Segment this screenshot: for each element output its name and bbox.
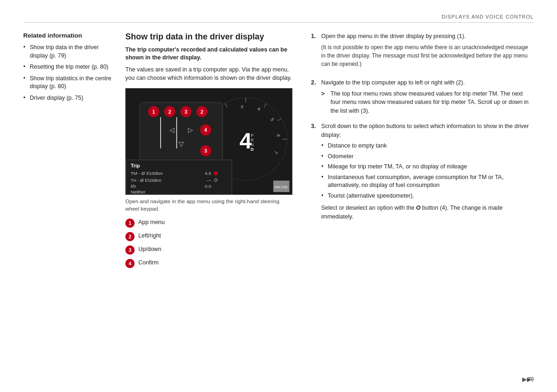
page-container: DISPLAYS AND VOICE CONTROL Related infor…	[0, 0, 557, 392]
step-3-main: Scroll down to the option buttons to sel…	[321, 122, 534, 140]
badge-2: 2	[125, 232, 135, 241]
numbered-item-label-4: Confirm	[138, 258, 159, 267]
svg-text:◁: ◁	[169, 126, 175, 134]
arrow-right-icon: >	[321, 90, 329, 116]
mid-column: Show trip data in the driver display The…	[125, 32, 306, 272]
svg-text:1: 1	[152, 109, 155, 115]
step-1-note: (It is not possible to open the app menu…	[321, 43, 534, 68]
svg-text:D: D	[251, 147, 254, 152]
numbered-item-label-3: Up/down	[138, 245, 161, 254]
numbered-item-2: 2 Left/right	[125, 231, 295, 241]
bullet-item-odometer: Odometer	[321, 153, 534, 161]
step-1: 1. Open the app menu in the driver displ…	[311, 32, 534, 72]
step-2-content: Navigate to the trip computer app to lef…	[321, 78, 534, 116]
svg-text:4.5: 4.5	[205, 171, 211, 176]
svg-text:Neither: Neither	[130, 189, 146, 194]
diagram-caption: Open and navigate in the app menu using …	[125, 198, 295, 212]
svg-text:3: 3	[184, 109, 187, 115]
badge-4: 4	[125, 259, 135, 268]
svg-text:N: N	[251, 142, 253, 147]
section-intro-bold: The trip computer's recorded and calcula…	[125, 46, 295, 62]
step-1-main: Open the app menu in the driver display …	[321, 32, 534, 41]
o-button-label: O	[416, 205, 421, 211]
step-3: 3. Scroll down to the option buttons to …	[311, 122, 534, 221]
section-intro-text: The values are saved in a trip computer …	[125, 65, 295, 83]
numbered-item-label-1: App menu	[138, 218, 165, 227]
bullet-item-tourist: Tourist (alternative speedometer).	[321, 192, 534, 200]
svg-point-41	[214, 172, 218, 175]
steps-list: 1. Open the app menu in the driver displ…	[311, 32, 534, 221]
gauge-svg: 3 4 5 6 7 4 P R N D	[126, 89, 292, 194]
step-3-num: 3.	[311, 122, 321, 221]
svg-text:ℓ/h: ℓ/h	[130, 184, 136, 189]
right-column: 1. Open the app menu in the driver displ…	[306, 32, 534, 272]
badge-1: 1	[125, 218, 135, 228]
section-title: Show trip data in the driver display	[125, 32, 295, 42]
svg-text:3: 3	[204, 148, 207, 154]
diagram-image: 3 4 5 6 7 4 P R N D	[126, 89, 292, 194]
bullet-item-mileage: Mileage for trip meter TM, TA, or no dis…	[321, 163, 534, 171]
step-3-content: Scroll down to the option buttons to sel…	[321, 122, 534, 221]
page-number: 79	[528, 376, 534, 383]
step-2: 2. Navigate to the trip computer app to …	[311, 78, 534, 116]
numbered-item-4: 4 Confirm	[125, 258, 295, 268]
numbered-item-3: 3 Up/down	[125, 245, 295, 255]
svg-text:R: R	[251, 138, 254, 142]
step-1-num: 1.	[311, 32, 321, 72]
list-item: Resetting the trip meter (p. 80)	[23, 63, 116, 71]
step-2-main: Navigate to the trip computer app to lef…	[321, 78, 534, 87]
bullet-item-fuel: Instantaneous fuel consumption, average …	[321, 174, 534, 190]
svg-text:2: 2	[168, 109, 171, 115]
numbered-item-label-2: Left/right	[138, 231, 161, 240]
step-3-bullet-list: Distance to empty tank Odometer Mileage …	[321, 142, 534, 200]
diagram-container: 3 4 5 6 7 4 P R N D	[125, 88, 292, 195]
header-title: DISPLAYS AND VOICE CONTROL	[441, 14, 534, 19]
page-header: DISPLAYS AND VOICE CONTROL	[23, 14, 534, 23]
svg-text:69C165: 69C165	[275, 185, 288, 189]
svg-text:0.0: 0.0	[205, 184, 211, 189]
svg-text:3: 3	[241, 104, 244, 109]
related-info-title: Related information	[23, 32, 116, 39]
select-deselect-text: Select or deselect an option with the O …	[321, 204, 534, 221]
svg-text:Trip: Trip	[130, 163, 140, 169]
svg-text:—: —	[207, 178, 211, 183]
numbered-items-list: 1 App menu 2 Left/right 3 Up/down 4 Conf…	[125, 218, 295, 268]
svg-text:▽: ▽	[179, 140, 184, 148]
numbered-item-1: 1 App menu	[125, 218, 295, 228]
svg-text:▷: ▷	[188, 126, 193, 134]
svg-text:6: 6	[276, 134, 281, 137]
svg-text:TM - Ø ℓ/100km: TM - Ø ℓ/100km	[130, 171, 162, 176]
step-2-num: 2.	[311, 78, 321, 116]
left-column: Related information Show trip data in th…	[23, 32, 125, 272]
badge-3: 3	[125, 245, 135, 255]
svg-text:4: 4	[204, 127, 207, 133]
svg-text:P: P	[251, 133, 253, 138]
step-1-content: Open the app menu in the driver display …	[321, 32, 534, 72]
svg-text:2: 2	[201, 109, 203, 115]
related-info-list: Show trip data in the driver display (p.…	[23, 44, 116, 102]
list-item: Show trip data in the driver display (p.…	[23, 44, 116, 60]
step-2-sub-text: The top four menu rows show measured val…	[330, 90, 534, 116]
svg-text:TA - Ø ℓ/100km: TA - Ø ℓ/100km	[130, 178, 161, 183]
list-item: Driver display (p. 75)	[23, 94, 116, 103]
bullet-item-distance: Distance to empty tank	[321, 142, 534, 150]
list-item: Show trip statistics in the centre displ…	[23, 75, 116, 91]
step-2-sub: > The top four menu rows show measured v…	[321, 90, 534, 116]
